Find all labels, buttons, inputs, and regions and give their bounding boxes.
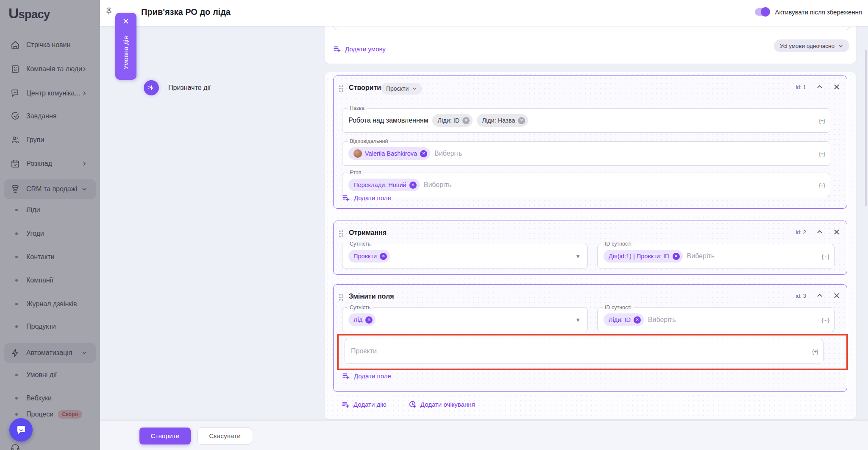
conditions-mode-value: Усі умови одночасно: [780, 43, 835, 49]
drag-handle-icon[interactable]: [339, 293, 343, 301]
collapse-icon[interactable]: [816, 84, 823, 90]
uspacy-logo[interactable]: Uspacy: [8, 5, 50, 22]
field-entity[interactable]: Сутність Проєкти✕ ▼: [342, 244, 588, 268]
token-chip[interactable]: Ліди: Назва✕: [477, 114, 528, 127]
add-action-button[interactable]: Додати дію: [342, 400, 387, 408]
entity-value: Проєкти: [386, 85, 409, 92]
close-icon[interactable]: [833, 229, 840, 235]
remove-chip-icon[interactable]: ✕: [634, 316, 641, 324]
entity-chip[interactable]: Лід✕: [348, 313, 376, 326]
sidebar-item-label: Ліди: [26, 206, 40, 214]
chip-label: Ліди: ID: [609, 316, 631, 323]
sidebar-item-comm-center[interactable]: Центр комуніка...: [0, 86, 100, 101]
sidebar-item-tasks[interactable]: Завдання: [0, 109, 100, 124]
sidebar-item-webhooks[interactable]: Вебхуки: [0, 391, 100, 405]
remove-chip-icon[interactable]: ✕: [518, 117, 525, 124]
field-label: Назва: [348, 105, 367, 112]
action-card-create: Створити Проєкти id: 1 Назва Робота над …: [333, 75, 847, 209]
field-label: Відповідальний: [348, 138, 390, 145]
field-text-value: Робота над замовленням: [348, 117, 428, 124]
sidebar-item-companies[interactable]: Компанії: [0, 274, 100, 287]
stage-chip[interactable]: Переклади: Новий✕: [348, 179, 420, 191]
user-chip[interactable]: Valeriia Bashkirova✕: [348, 147, 430, 160]
support-chat-button[interactable]: [9, 418, 33, 442]
cancel-button[interactable]: Скасувати: [198, 428, 252, 444]
sidebar-item-products[interactable]: Продукти: [0, 320, 100, 333]
sidebar-item-leads[interactable]: Ліди: [0, 203, 100, 217]
sidebar-item-label: Центр комуніка...: [26, 89, 80, 97]
crm-funnel-icon: [10, 184, 20, 194]
sidebar-item-label: Вебхуки: [26, 394, 52, 402]
close-icon[interactable]: [833, 292, 840, 299]
add-field-button[interactable]: Додати поле: [342, 194, 391, 202]
insert-variable-button[interactable]: {+}: [819, 151, 825, 157]
entity-chip[interactable]: Проєкти✕: [348, 250, 390, 263]
reference-chip[interactable]: Ліди: ID✕: [604, 313, 644, 326]
remove-chip-icon[interactable]: ✕: [462, 117, 470, 124]
action-card-get: Отримання id: 2 Сутність Проєкти✕ ▼ ID с…: [333, 221, 847, 275]
sidebar-item-schedule[interactable]: Розклад: [0, 156, 100, 171]
sidebar-item-contacts[interactable]: Контакти: [0, 250, 100, 264]
field-entity-id[interactable]: ID сутності Ліди: ID✕ Виберіть {···}: [597, 307, 835, 332]
chip-label: Переклади: Новий: [353, 182, 406, 188]
field-responsible[interactable]: Відповідальний Valeriia Bashkirova✕ Вибе…: [342, 141, 830, 166]
insert-variable-button[interactable]: {+}: [819, 182, 825, 188]
token-chip[interactable]: Ліди: ID✕: [432, 114, 473, 127]
action-card-title: Змінити поля: [349, 293, 394, 300]
collapse-icon[interactable]: [816, 292, 823, 299]
bullet-icon: [15, 413, 18, 416]
remove-chip-icon[interactable]: ✕: [420, 150, 427, 157]
sidebar-item-conditional-actions[interactable]: Умовні дії: [0, 368, 100, 382]
collapse-icon[interactable]: [816, 229, 823, 235]
sidebar-item-deals[interactable]: Угоди: [0, 227, 100, 240]
drag-handle-icon[interactable]: [339, 85, 343, 92]
add-wait-button[interactable]: Додати очікування: [409, 400, 475, 408]
sidebar-item-label: Продукти: [26, 323, 56, 330]
field-stage[interactable]: Етап Переклади: Новий✕ Виберіть {+}: [342, 173, 830, 197]
scrollbar-thumb[interactable]: [865, 50, 867, 206]
create-button[interactable]: Створити: [139, 428, 191, 444]
activate-after-save-toggle[interactable]: [755, 8, 770, 16]
sidebar-item-company[interactable]: Компанія та люди: [0, 61, 100, 77]
drag-handle-icon[interactable]: [339, 230, 343, 238]
add-field-button[interactable]: Додати поле: [342, 372, 391, 380]
sidebar-item-call-log[interactable]: Журнал дзвінків: [0, 297, 100, 311]
sidebar-item-automation[interactable]: Автоматизація: [0, 345, 100, 361]
close-icon[interactable]: [122, 18, 129, 25]
sidebar-item-newsfeed[interactable]: Стрічка новин: [0, 37, 100, 53]
remove-chip-icon[interactable]: ✕: [409, 182, 417, 189]
field-label: Сутність: [348, 240, 373, 247]
close-icon[interactable]: [833, 84, 840, 90]
dropdown-caret-icon[interactable]: ▼: [575, 317, 581, 323]
insert-variable-button[interactable]: {+}: [819, 117, 825, 124]
sidebar-item-crm[interactable]: CRM та продажі: [0, 182, 100, 197]
remove-chip-icon[interactable]: ✕: [380, 253, 387, 260]
sidebar-item-partial[interactable]: [0, 440, 100, 450]
sidebar-item-label: Угоди: [26, 230, 44, 238]
entity-select[interactable]: Проєкти: [381, 83, 422, 95]
add-condition-button[interactable]: Додати умову: [333, 45, 386, 53]
lightning-icon: [10, 348, 20, 358]
insert-variable-button[interactable]: {···}: [821, 253, 829, 260]
field-entity-id[interactable]: ID сутності Дія(id:1) | Проєкти: ID✕ Виб…: [597, 244, 835, 268]
field-entity[interactable]: Сутність Лід✕ ▼: [342, 307, 588, 332]
remove-chip-icon[interactable]: ✕: [365, 316, 373, 324]
field-placeholder: Виберіть: [424, 181, 452, 189]
conditions-mode-select[interactable]: Усі умови одночасно: [774, 39, 849, 52]
bullet-icon: [15, 256, 18, 258]
field-name[interactable]: Назва Робота над замовленням Ліди: ID✕ Л…: [342, 108, 830, 133]
sidebar-item-label: Завдання: [26, 112, 56, 120]
dropdown-caret-icon[interactable]: ▼: [575, 253, 581, 260]
conditional-action-drawer-tab[interactable]: Умовна дія: [115, 13, 136, 80]
sidebar-item-groups[interactable]: Групи: [0, 132, 100, 148]
sidebar-item-processes[interactable]: ПроцесиСкоро: [0, 408, 100, 421]
field-placeholder: Виберіть: [687, 252, 715, 260]
chip-label: Лід: [353, 316, 362, 323]
sidebar-item-label: Групи: [26, 136, 44, 144]
insert-variable-button[interactable]: {···}: [821, 317, 829, 323]
field-placeholder: Виберіть: [434, 150, 462, 157]
remove-chip-icon[interactable]: ✕: [673, 253, 680, 260]
action-id-label: id: 3: [796, 293, 806, 299]
reference-chip[interactable]: Дія(id:1) | Проєкти: ID✕: [604, 250, 683, 263]
pin-sidebar-icon[interactable]: [104, 7, 114, 17]
